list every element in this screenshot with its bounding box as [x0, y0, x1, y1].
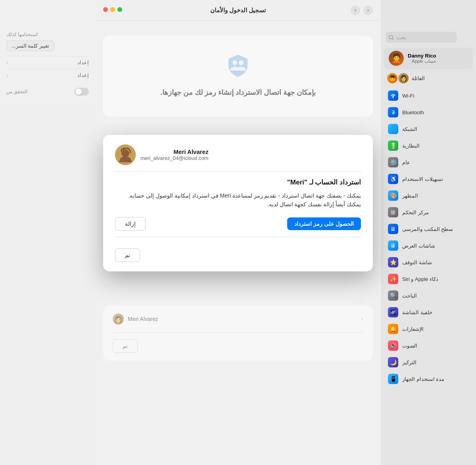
screensaver-icon: ⭐ — [388, 257, 398, 267]
sidebar-user-info: Danny Rico حساب Apple — [408, 53, 436, 64]
network-icon: 🌐 — [388, 124, 398, 134]
sidebar-user-avatar: 🧑‍🦱 — [389, 51, 404, 66]
svg-point-5 — [121, 149, 129, 157]
sidebar-item-spotlight[interactable]: الباحث 🔍 — [384, 288, 473, 304]
titlebar: ‹ › تسجيل الدخول والأمان — [95, 0, 381, 21]
sidebar-item-focus-label: التركيز — [402, 359, 416, 365]
desktop-icon: 🖥 — [388, 224, 398, 234]
sidebar-header: بحث — [381, 32, 476, 48]
toggle-row: التحقق من — [6, 88, 89, 96]
fg-divider — [115, 237, 361, 237]
sidebar-item-network-label: الشبكة — [402, 126, 417, 132]
setup-row-1: إعداد › — [6, 56, 89, 69]
fg-user-row: Meri Alvarez meri_alvarez_04@icloud.com — [115, 144, 361, 172]
sidebar-item-desktop-label: سطح المكتب والمرسى — [402, 226, 453, 232]
close-button[interactable] — [103, 7, 108, 12]
sidebar-item-screensaver-label: شاشة التوقف — [402, 259, 432, 265]
search-box[interactable]: بحث — [386, 32, 457, 43]
sidebar-item-notifications-label: الإشعارات — [402, 326, 424, 332]
sidebar-item-desktop[interactable]: سطح المكتب والمرسى 🖥 — [384, 221, 473, 237]
sidebar-family-section[interactable]: العائلة 👩 👦 — [384, 71, 473, 86]
fullscreen-button[interactable] — [117, 7, 122, 12]
appearance-icon: 🎨 — [388, 190, 398, 201]
sidebar-item-wifi[interactable]: Wi-Fi — [384, 88, 473, 104]
fg-buttons-row: الحصول على رمز استرداد إزالة — [115, 217, 361, 231]
sidebar-item-accessibility[interactable]: تسهيلات الاستخدام ♿ — [384, 171, 473, 187]
siri-icon: ✨ — [388, 274, 398, 284]
bottom-section: › Meri Alvarez 👩 تم — [103, 306, 373, 361]
search-icon — [389, 35, 394, 40]
nav-buttons: ‹ › — [351, 6, 373, 15]
bottom-user-avatar: 👩 — [113, 313, 124, 325]
sidebar-item-accessibility-label: تسهيلات الاستخدام — [402, 176, 443, 182]
sidebar-item-general[interactable]: عام ⚙️ — [384, 154, 473, 170]
verify-label: التحقق من — [6, 89, 27, 94]
back-button[interactable]: ‹ — [351, 6, 360, 15]
left-panel: استخدامها كذلك تغيير كلمة السر... إعداد … — [0, 0, 95, 465]
done-button[interactable]: تم — [115, 248, 140, 262]
shield-icon — [224, 52, 252, 80]
bottom-done-section: تم — [113, 332, 363, 353]
focus-icon: 🌙 — [388, 357, 398, 367]
bluetooth-icon: 𐐀 — [388, 107, 398, 117]
sidebar-item-sound[interactable]: الصوت 🔊 — [384, 338, 473, 354]
control-center-icon: ⊞ — [388, 207, 398, 217]
sidebar-item-spotlight-label: الباحث — [402, 293, 417, 299]
sidebar-item-network[interactable]: الشبكة 🌐 — [384, 121, 473, 137]
change-password-button[interactable]: تغيير كلمة السر... — [6, 40, 54, 51]
sidebar-item-bluetooth[interactable]: Bluetooth 𐐀 — [384, 104, 473, 120]
sidebar-item-screentime-label: مدة استخدام الجهاز — [402, 376, 444, 382]
sidebar-item-bluetooth-label: Bluetooth — [402, 110, 424, 115]
screentime-icon: 📱 — [388, 374, 398, 384]
window-title: تسجيل الدخول والأمان — [210, 7, 266, 14]
wallpaper-icon: 🌌 — [388, 307, 398, 317]
sidebar-item-appearance[interactable]: المظهر 🎨 — [384, 188, 473, 204]
sidebar-item-general-label: عام — [402, 159, 410, 165]
sidebar-item-displays-label: شاشات العرض — [402, 243, 435, 249]
toggle-switch[interactable] — [75, 88, 89, 96]
general-icon: ⚙️ — [388, 157, 398, 167]
sidebar-user-subtitle: حساب Apple — [408, 59, 436, 64]
get-recovery-code-button[interactable]: الحصول على رمز استرداد — [287, 217, 361, 230]
notifications-icon: 🔔 — [388, 324, 398, 334]
bottom-user-info: Meri Alvarez 👩 — [113, 313, 158, 325]
fg-description: يمكنك - بصفتك جهة اتصال استرداد - تقديم … — [115, 191, 361, 209]
sidebar-item-battery[interactable]: البطارية 🔋 — [384, 138, 473, 154]
sidebar-item-sound-label: الصوت — [402, 343, 417, 349]
spotlight-icon: 🔍 — [388, 290, 398, 301]
svg-line-1 — [392, 38, 393, 40]
traffic-lights — [103, 7, 122, 12]
forward-button[interactable]: › — [363, 6, 373, 15]
sidebar-family-label: العائلة — [412, 75, 425, 81]
setup-row-2: إعداد › — [6, 69, 89, 81]
svg-point-3 — [239, 60, 244, 65]
fg-user-avatar — [115, 144, 136, 165]
sidebar-item-appearance-label: المظهر — [402, 193, 418, 199]
minimize-button[interactable] — [110, 7, 115, 12]
search-placeholder: بحث — [396, 35, 406, 40]
sidebar-item-wifi-label: Wi-Fi — [402, 93, 414, 99]
sidebar-item-displays[interactable]: شاشات العرض 🖥 — [384, 238, 473, 254]
sidebar-user-name: Danny Rico — [408, 53, 436, 59]
sidebar-item-siri-label: ذكاء Apple و Siri — [402, 276, 438, 282]
family-avatars: 👩 👦 — [389, 73, 409, 83]
remove-button[interactable]: إزالة — [115, 217, 146, 231]
sidebar-item-control[interactable]: مركز التحكم ⊞ — [384, 204, 473, 220]
sidebar-item-siri[interactable]: ذكاء Apple و Siri ✨ — [384, 271, 473, 287]
sidebar-item-screentime[interactable]: مدة استخدام الجهاز 📱 — [384, 371, 473, 387]
sidebar-item-wallpaper-label: خلفية الشاشة — [402, 309, 432, 315]
sidebar-item-notifications[interactable]: الإشعارات 🔔 — [384, 321, 473, 337]
bottom-chevron-icon: › — [361, 316, 363, 322]
sidebar-item-screensaver[interactable]: شاشة التوقف ⭐ — [384, 254, 473, 270]
battery-icon: 🔋 — [388, 140, 398, 151]
sidebar-item-wallpaper[interactable]: خلفية الشاشة 🌌 — [384, 304, 473, 320]
sidebar-item-battery-label: البطارية — [402, 143, 420, 149]
sidebar-user-section[interactable]: Danny Rico حساب Apple 🧑‍🦱 — [384, 48, 473, 69]
sidebar-item-focus[interactable]: التركيز 🌙 — [384, 354, 473, 370]
bottom-done-button[interactable]: تم — [113, 339, 138, 353]
accessibility-icon: ♿ — [388, 174, 398, 184]
setup-label-2: إعداد — [77, 72, 89, 78]
family-avatar-2: 👦 — [387, 73, 397, 83]
bg-dialog-title: بإمكان جهة اتصال الاسترداد إنشاء رمز لك … — [160, 88, 316, 97]
recovery-contact-dialog: Meri Alvarez meri_alvarez_04@icloud.com … — [103, 135, 373, 271]
